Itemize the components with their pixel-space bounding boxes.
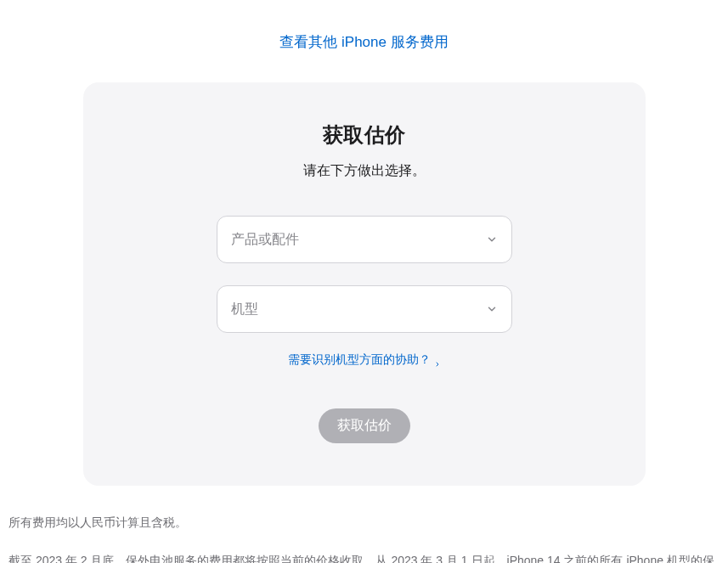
- footer-text: 所有费用均以人民币计算且含税。 截至 2023 年 2 月底，保外电池服务的费用…: [8, 511, 720, 563]
- product-select-placeholder: 产品或配件: [231, 231, 299, 249]
- footer-price-change-note: 截至 2023 年 2 月底，保外电池服务的费用都将按照当前的价格收取。从 20…: [8, 548, 720, 563]
- estimate-card: 获取估价 请在下方做出选择。 产品或配件 机型 需要识别机型方面的协助？: [83, 82, 646, 486]
- get-estimate-button[interactable]: 获取估价: [319, 408, 410, 443]
- help-link-label: 需要识别机型方面的协助？: [288, 352, 431, 368]
- identify-model-help-link[interactable]: 需要识别机型方面的协助？: [288, 352, 441, 368]
- product-select-wrapper: 产品或配件: [217, 216, 512, 263]
- card-title: 获取估价: [117, 121, 612, 149]
- card-subtitle: 请在下方做出选择。: [117, 162, 612, 180]
- help-link-row: 需要识别机型方面的协助？: [117, 352, 612, 368]
- product-select[interactable]: 产品或配件: [217, 216, 512, 263]
- footer-para2-part1: 截至 2023 年 2 月底，保外电池服务的费用都将按照当前的价格收取。从 20…: [8, 554, 714, 563]
- chevron-down-icon: [486, 303, 498, 315]
- model-select-wrapper: 机型: [217, 285, 512, 333]
- footer-currency-note: 所有费用均以人民币计算且含税。: [8, 511, 720, 534]
- chevron-down-icon: [486, 234, 498, 245]
- model-select[interactable]: 机型: [217, 285, 512, 333]
- other-services-link[interactable]: 查看其他 iPhone 服务费用: [279, 34, 448, 50]
- chevron-right-icon: [434, 357, 441, 363]
- other-services-link-row: 查看其他 iPhone 服务费用: [0, 32, 728, 52]
- model-select-placeholder: 机型: [231, 301, 258, 318]
